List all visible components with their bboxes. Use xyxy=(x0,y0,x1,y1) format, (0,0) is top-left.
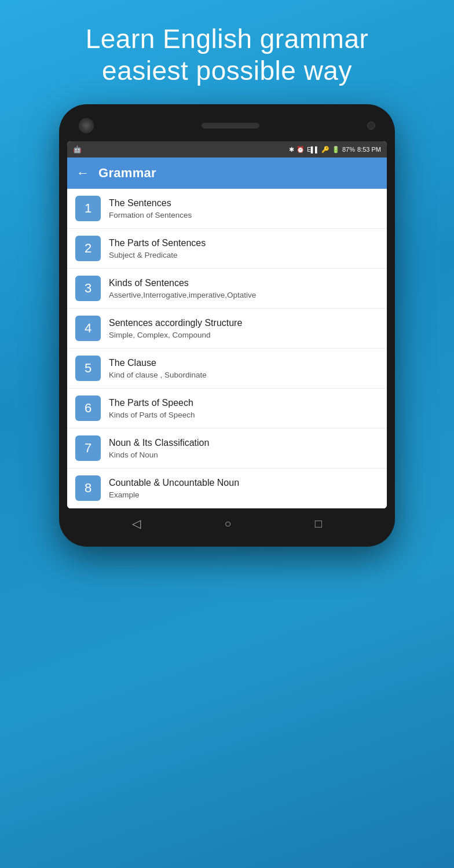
item-subtitle-2: Subject & Predicate xyxy=(109,250,206,261)
key-icon: 🔑 xyxy=(321,146,329,153)
back-nav-icon[interactable]: ◁ xyxy=(132,517,141,530)
list-item-1[interactable]: 1 The Sentences Formation of Sentences xyxy=(67,189,387,229)
status-left: 🤖 xyxy=(73,145,83,153)
phone-mockup: 🤖 ✱ ⏰ E▌▌ 🔑 🔋 87% 8:53 PM ← Grammar 1 Th… xyxy=(59,104,395,547)
alarm-icon: ⏰ xyxy=(296,146,305,153)
hero-line2: easiest possible way xyxy=(102,56,352,86)
item-text-6: The Parts of Speech Kinds of Parts of Sp… xyxy=(109,397,195,420)
battery-percent: 87% xyxy=(342,146,355,153)
phone-top-bar xyxy=(67,115,387,141)
item-subtitle-3: Assertive,Interrogative,imperative,Optat… xyxy=(109,290,256,301)
item-text-5: The Clause Kind of clause , Subordinate xyxy=(109,357,207,380)
signal-icon: E▌▌ xyxy=(307,147,319,153)
item-subtitle-8: Example xyxy=(109,490,239,500)
item-subtitle-1: Formation of Sentences xyxy=(109,210,192,221)
phone-speaker xyxy=(202,123,259,129)
list-item-2[interactable]: 2 The Parts of Sentences Subject & Predi… xyxy=(67,229,387,269)
item-title-5: The Clause xyxy=(109,357,207,369)
list-item-3[interactable]: 3 Kinds of Sentences Assertive,Interroga… xyxy=(67,269,387,309)
status-right: ✱ ⏰ E▌▌ 🔑 🔋 87% 8:53 PM xyxy=(289,146,381,153)
battery-icon: 🔋 xyxy=(332,146,340,153)
list-item-6[interactable]: 6 The Parts of Speech Kinds of Parts of … xyxy=(67,389,387,428)
app-bar: ← Grammar xyxy=(67,158,387,189)
phone-screen: 🤖 ✱ ⏰ E▌▌ 🔑 🔋 87% 8:53 PM ← Grammar 1 Th… xyxy=(67,141,387,508)
list-item-5[interactable]: 5 The Clause Kind of clause , Subordinat… xyxy=(67,349,387,389)
menu-list: 1 The Sentences Formation of Sentences 2… xyxy=(67,189,387,508)
item-number-6: 6 xyxy=(75,395,101,421)
list-item-8[interactable]: 8 Countable & Uncountable Noun Example xyxy=(67,468,387,508)
item-subtitle-4: Simple, Complex, Compound xyxy=(109,330,242,340)
recent-nav-icon[interactable]: □ xyxy=(315,517,322,530)
list-item-7[interactable]: 7 Noun & Its Classification Kinds of Nou… xyxy=(67,428,387,468)
item-subtitle-7: Kinds of Noun xyxy=(109,450,209,460)
item-title-2: The Parts of Sentences xyxy=(109,237,206,250)
item-text-3: Kinds of Sentences Assertive,Interrogati… xyxy=(109,277,256,300)
item-subtitle-5: Kind of clause , Subordinate xyxy=(109,370,207,380)
android-icon: 🤖 xyxy=(73,145,82,153)
item-title-1: The Sentences xyxy=(109,197,192,210)
item-number-1: 1 xyxy=(75,196,101,221)
item-number-3: 3 xyxy=(75,276,101,301)
item-number-5: 5 xyxy=(75,356,101,381)
item-text-8: Countable & Uncountable Noun Example xyxy=(109,477,239,500)
bluetooth-icon: ✱ xyxy=(289,146,294,153)
item-title-7: Noun & Its Classification xyxy=(109,437,209,449)
item-text-7: Noun & Its Classification Kinds of Noun xyxy=(109,437,209,460)
item-number-4: 4 xyxy=(75,316,101,341)
back-button[interactable]: ← xyxy=(76,166,89,181)
phone-camera xyxy=(79,118,94,133)
item-title-3: Kinds of Sentences xyxy=(109,277,256,290)
item-text-2: The Parts of Sentences Subject & Predica… xyxy=(109,237,206,260)
item-title-8: Countable & Uncountable Noun xyxy=(109,477,239,489)
app-bar-title: Grammar xyxy=(98,166,156,181)
item-number-8: 8 xyxy=(75,475,101,501)
status-bar: 🤖 ✱ ⏰ E▌▌ 🔑 🔋 87% 8:53 PM xyxy=(67,141,387,158)
item-text-4: Sentences accordingly Structure Simple, … xyxy=(109,317,242,340)
home-nav-icon[interactable]: ○ xyxy=(224,517,231,530)
item-text-1: The Sentences Formation of Sentences xyxy=(109,197,192,220)
item-title-6: The Parts of Speech xyxy=(109,397,195,409)
hero-line1: Learn English grammar xyxy=(86,24,369,54)
item-number-2: 2 xyxy=(75,236,101,261)
hero-text: Learn English grammar easiest possible w… xyxy=(51,0,404,104)
item-number-7: 7 xyxy=(75,435,101,461)
time-display: 8:53 PM xyxy=(357,146,381,153)
list-item-4[interactable]: 4 Sentences accordingly Structure Simple… xyxy=(67,309,387,349)
item-title-4: Sentences accordingly Structure xyxy=(109,317,242,329)
phone-bottom-bar: ◁ ○ □ xyxy=(67,508,387,534)
item-subtitle-6: Kinds of Parts of Speech xyxy=(109,410,195,420)
phone-sensor xyxy=(367,122,375,130)
